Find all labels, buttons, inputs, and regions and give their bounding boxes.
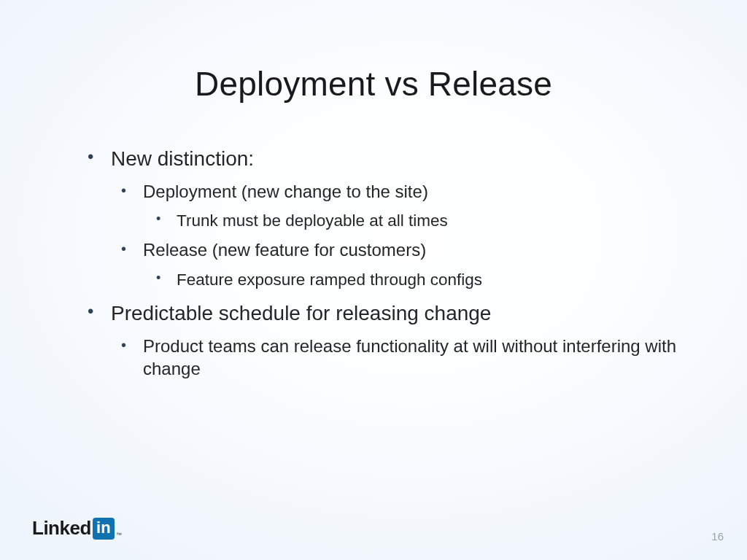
list-item: Predictable schedule for releasing chang… (82, 300, 703, 380)
bullet-text: Feature exposure ramped through configs (177, 271, 482, 289)
page-number: 16 (711, 530, 724, 542)
list-item: Product teams can release functionality … (111, 335, 703, 380)
bullet-text: Product teams can release functionality … (143, 336, 676, 378)
slide: Deployment vs Release New distinction: D… (0, 0, 747, 560)
logo-text-in: in (93, 518, 115, 540)
logo-trademark: ™ (116, 532, 122, 540)
logo-text-linked: Linked (32, 517, 91, 540)
bullet-text: Predictable schedule for releasing chang… (111, 302, 491, 324)
bullet-text: Trunk must be deployable at all times (177, 211, 448, 230)
bullet-text: Deployment (new change to the site) (143, 182, 428, 201)
slide-content: New distinction: Deployment (new change … (82, 146, 703, 390)
bullet-text: Release (new feature for customers) (143, 240, 426, 260)
slide-title: Deployment vs Release (0, 64, 747, 104)
list-item: New distinction: Deployment (new change … (82, 146, 703, 290)
list-item: Trunk must be deployable at all times (143, 210, 703, 231)
list-item: Release (new feature for customers) Feat… (111, 238, 703, 289)
bullet-text: New distinction: (111, 147, 254, 170)
linkedin-logo: Linked in ™ (32, 517, 122, 540)
list-item: Deployment (new change to the site) Trun… (111, 180, 703, 231)
list-item: Feature exposure ramped through configs (143, 269, 703, 290)
